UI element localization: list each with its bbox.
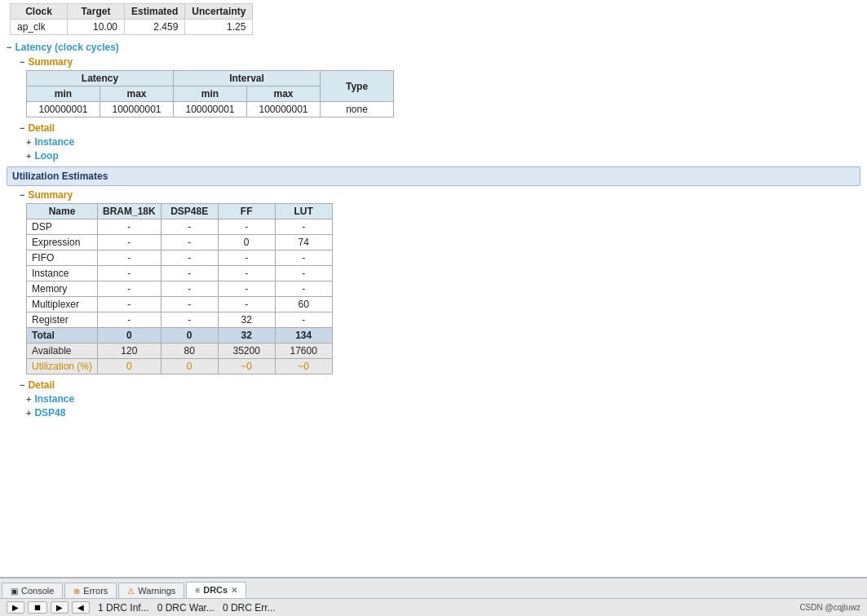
type-header: Type <box>321 71 394 102</box>
instance-expand-icon: + <box>26 137 31 147</box>
clock-estimated-cell: 2.459 <box>125 20 185 35</box>
util-avail-ff: 35200 <box>218 343 275 359</box>
util-reg-lut: - <box>275 312 332 328</box>
util-instance-expand-icon: + <box>26 394 31 404</box>
estimated-col-header: Estimated <box>125 4 185 20</box>
util-pct-ff: ~0 <box>218 359 275 374</box>
latency-detail-section: + Instance + Loop <box>13 136 860 162</box>
util-available-row: Available 120 80 35200 17600 <box>27 343 333 359</box>
type-cell: none <box>321 102 394 117</box>
util-fifo-name: FIFO <box>27 250 98 266</box>
util-memory-dsp: - <box>161 281 218 297</box>
warnings-icon: ⚠ <box>127 587 135 596</box>
latency-detail-label: Detail <box>28 122 55 134</box>
util-fifo-bram: - <box>98 250 161 266</box>
util-row-multiplexer: Multiplexer - - - 60 <box>27 297 333 312</box>
util-memory-lut: - <box>275 281 332 297</box>
int-min-header: min <box>174 86 247 102</box>
util-mux-name: Multiplexer <box>27 297 98 312</box>
utilization-title: Utilization Estimates <box>12 171 855 182</box>
util-total-dsp: 0 <box>161 328 218 343</box>
latency-section-header[interactable]: − Latency (clock cycles) <box>7 42 860 53</box>
util-reg-bram: - <box>98 312 161 328</box>
util-ff-header: FF <box>218 204 275 219</box>
int-max-header: max <box>247 86 321 102</box>
util-dsp-header: DSP48E <box>161 204 218 219</box>
util-row-instance: Instance - - - - <box>27 266 333 281</box>
latency-loop-item[interactable]: + Loop <box>26 150 860 162</box>
target-col-header: Target <box>68 4 125 20</box>
tab-errors-label: Errors <box>83 586 108 596</box>
util-instance-lut: - <box>275 266 332 281</box>
tab-drcs[interactable]: ≡ DRCs ✕ <box>186 582 246 598</box>
util-instance-dsp: - <box>161 266 218 281</box>
util-pct-dsp: 0 <box>161 359 218 374</box>
util-expr-bram: - <box>98 235 161 250</box>
latency-table: Latency Interval Type min max min max 10… <box>26 70 394 117</box>
util-row-dsp: DSP - - - - <box>27 219 333 235</box>
util-expr-dsp: - <box>161 235 218 250</box>
util-pct-bram: 0 <box>98 359 161 374</box>
tab-errors[interactable]: ⊗ Errors <box>64 583 117 598</box>
util-name-header: Name <box>27 204 98 219</box>
util-bram-header: BRAM_18K <box>98 204 161 219</box>
tab-drcs-close[interactable]: ✕ <box>231 586 237 595</box>
summary-collapse-icon: − <box>20 57 24 67</box>
latency-summary-label: Summary <box>28 56 73 68</box>
util-fifo-ff: - <box>218 250 275 266</box>
util-instance-name: Instance <box>27 266 98 281</box>
util-mux-bram: - <box>98 297 161 312</box>
util-dsp-ff: - <box>218 219 275 235</box>
int-max-cell: 100000001 <box>247 102 321 117</box>
status-btn-1[interactable]: ▶ <box>7 601 24 614</box>
util-detail-section: + Instance + DSP48 <box>13 393 860 419</box>
util-summary-header[interactable]: − Summary <box>20 189 860 201</box>
util-detail-collapse-icon: − <box>20 380 24 390</box>
util-instance-item[interactable]: + Instance <box>26 393 860 405</box>
util-dsp-lut: - <box>275 219 332 235</box>
status-btn-2[interactable]: ⏹ <box>28 601 47 614</box>
lat-min-header: min <box>27 86 100 102</box>
lat-min-cell: 100000001 <box>27 102 100 117</box>
status-drc-inf: 1 DRC Inf... <box>98 602 149 614</box>
loop-expand-icon: + <box>26 151 31 161</box>
util-dsp48-expand-icon: + <box>26 408 31 418</box>
tab-console[interactable]: ▣ Console <box>2 583 63 598</box>
status-btn-3[interactable]: ▶ <box>51 601 69 614</box>
detail-collapse-icon: − <box>20 123 24 133</box>
util-dsp48-label: DSP48 <box>34 407 65 419</box>
util-instance-bram: - <box>98 266 161 281</box>
lat-max-cell: 100000001 <box>100 102 174 117</box>
latency-section-title: Latency (clock cycles) <box>15 42 118 53</box>
util-dsp48-item[interactable]: + DSP48 <box>26 407 860 419</box>
latency-instance-item[interactable]: + Instance <box>26 136 860 148</box>
util-mux-lut: 60 <box>275 297 332 312</box>
util-row-memory: Memory - - - - <box>27 281 333 297</box>
util-reg-dsp: - <box>161 312 218 328</box>
util-total-row: Total 0 0 32 134 <box>27 328 333 343</box>
util-mux-ff: - <box>218 297 275 312</box>
status-drc-warn: 0 DRC War... <box>157 602 215 614</box>
tab-drcs-label: DRCs <box>203 585 228 595</box>
interval-group-header: Interval <box>174 71 321 86</box>
util-reg-ff: 32 <box>218 312 275 328</box>
drcs-icon: ≡ <box>195 586 200 595</box>
util-total-lut: 134 <box>275 328 332 343</box>
status-right-text: CSDN @cqjtuwz <box>799 603 860 612</box>
util-summary-collapse-icon: − <box>20 190 24 200</box>
latency-detail-header[interactable]: − Detail <box>20 122 860 134</box>
clock-table: Clock Target Estimated Uncertainty ap_cl… <box>10 3 253 35</box>
util-avail-lut: 17600 <box>275 343 332 359</box>
util-expr-lut: 74 <box>275 235 332 250</box>
latency-instance-label: Instance <box>34 136 74 148</box>
latency-summary-header[interactable]: − Summary <box>20 56 860 68</box>
status-drc-err: 0 DRC Err... <box>223 602 276 614</box>
status-bar: ▶ ⏹ ▶ ◀ 1 DRC Inf... 0 DRC War... 0 DRC … <box>0 598 867 616</box>
tab-warnings[interactable]: ⚠ Warnings <box>118 583 184 598</box>
status-btn-4[interactable]: ◀ <box>72 601 90 614</box>
util-memory-ff: - <box>218 281 275 297</box>
util-avail-bram: 120 <box>98 343 161 359</box>
utilization-estimates-section: Utilization Estimates <box>7 166 860 186</box>
util-detail-header[interactable]: − Detail <box>20 379 860 391</box>
util-memory-bram: - <box>98 281 161 297</box>
